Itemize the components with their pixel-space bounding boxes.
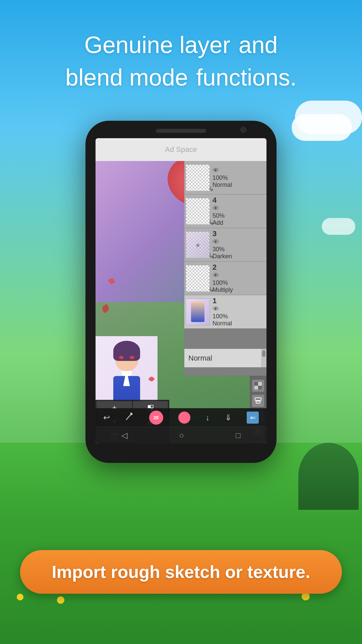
merge-down-tool-icon[interactable] <box>252 395 264 407</box>
layer-number-4: 4 <box>213 196 217 205</box>
banner-text: Import rough sketch or texture. <box>52 562 310 582</box>
char-hair <box>113 341 140 361</box>
title-area: Genuine layer and blend mode functions. <box>0 27 362 92</box>
layer-mode-3: Darken <box>213 253 232 260</box>
layer-number-3: 3 <box>213 229 217 238</box>
layer-eye-4: 👁 <box>213 205 219 212</box>
layer-mode-top: Normal <box>213 181 232 189</box>
flower-1 <box>17 594 23 600</box>
back-nav-icon[interactable]: ◁ <box>121 431 127 440</box>
phone-speaker <box>156 129 206 133</box>
layer-panel: 👁 100% Normal ↳ 4 👁 50% Add <box>184 161 266 376</box>
flower-3 <box>57 596 64 604</box>
layer-merge-4: ↳ <box>208 218 214 226</box>
color-picker-dot[interactable] <box>178 412 190 424</box>
layer-thumb-4 <box>186 198 210 225</box>
title-line-2: blend mode functions. <box>20 59 342 92</box>
svg-rect-15 <box>150 405 153 408</box>
screen-content: Ad Space <box>96 138 266 443</box>
layer-number-1: 1 <box>213 297 217 305</box>
char-collar <box>122 371 132 376</box>
svg-rect-1 <box>258 386 262 389</box>
char-head <box>115 346 138 371</box>
layer-item-2[interactable]: 2 👁 100% Multiply ↳ <box>184 262 266 295</box>
layer-merge-top: ↳ <box>208 185 214 193</box>
layer-info-3: 3 👁 30% Darken <box>210 228 265 261</box>
title-bold-1: Genuine layer <box>84 32 230 58</box>
layer-info-4: 4 👁 50% Add <box>210 195 265 228</box>
layer-thumb-1 <box>186 299 210 325</box>
orange-banner: Import rough sketch or texture. <box>20 550 342 594</box>
phone-frame: Ad Space <box>85 121 277 463</box>
phone-screen: Ad Space <box>96 138 266 443</box>
title-line-1: Genuine layer and <box>20 27 342 59</box>
svg-rect-3 <box>254 386 258 389</box>
cloud-2 <box>295 101 362 134</box>
layer-1-thumb-art <box>191 302 204 322</box>
svg-rect-0 <box>254 382 258 386</box>
ad-space-text: Ad Space <box>165 145 197 154</box>
svg-rect-2 <box>258 382 262 386</box>
title-bold-2: blend mode <box>65 64 188 91</box>
layer-eye-1: 👁 <box>213 305 219 313</box>
layer-mode-1: Normal <box>213 320 232 327</box>
layer-mode-2: Multiply <box>213 286 233 293</box>
layer-info-top: 👁 100% Normal <box>210 165 265 190</box>
canvas-area[interactable]: 👁 100% Normal ↳ 4 👁 50% Add <box>96 161 266 443</box>
layer-opacity-2: 100% <box>213 279 228 286</box>
double-down-icon[interactable]: ⇓ <box>225 413 232 422</box>
grass-field <box>0 443 362 644</box>
char-eye-right <box>130 356 134 359</box>
ad-space-bar: Ad Space <box>96 138 266 161</box>
layer-opacity-top: 100% <box>213 174 228 181</box>
layer-eye-top: 👁 <box>213 167 219 174</box>
trees <box>298 443 359 510</box>
action-bar: ↩ 20 ↓ ⇓ ⇐ <box>96 408 266 427</box>
layer-opacity-4: 50% <box>213 212 225 219</box>
layer-info-2: 2 👁 100% Multiply <box>210 262 265 295</box>
layer-eye-3: 👁 <box>213 238 219 246</box>
title-light-2: functions. <box>196 64 297 91</box>
blend-mode-bar[interactable]: Normal <box>184 349 266 367</box>
layer-info-1: 1 👁 100% Normal <box>210 295 265 328</box>
layer-item-3[interactable]: ◉ 3 👁 30% Darken ↳ <box>184 228 266 262</box>
phone-camera <box>240 127 246 133</box>
layer-merge-3: ↳ <box>208 252 214 260</box>
layer-item-top[interactable]: 👁 100% Normal ↳ <box>184 161 266 195</box>
phone-nav-bar: ◁ ○ □ <box>96 427 266 443</box>
layer-3-art-indicator: ◉ <box>196 242 200 248</box>
layer-thumb-3: ◉ <box>186 231 210 258</box>
lock-icon[interactable]: ⇐ <box>247 412 259 424</box>
layer-number-2: 2 <box>213 263 217 272</box>
brush-icon[interactable] <box>125 412 134 423</box>
down-arrow-icon[interactable]: ↓ <box>205 413 209 422</box>
layer-thumb-2 <box>186 265 210 292</box>
recents-nav-icon[interactable]: □ <box>236 431 241 440</box>
layer-eye-2: 👁 <box>213 272 219 279</box>
number-badge: 20 <box>149 411 163 425</box>
home-nav-icon[interactable]: ○ <box>179 431 184 440</box>
layer-item-4[interactable]: 4 👁 50% Add ↳ <box>184 195 266 228</box>
checkerboard-tool-icon[interactable] <box>252 380 264 392</box>
svg-rect-4 <box>255 398 261 400</box>
layer-thumb-top <box>186 164 210 191</box>
layer-merge-2: ↳ <box>208 285 214 293</box>
cloud-3 <box>322 218 355 235</box>
char-eye-left <box>119 356 124 359</box>
layer-item-1[interactable]: 1 👁 100% Normal <box>184 295 266 329</box>
char-collar-detail <box>123 376 130 386</box>
scroll-handle <box>262 350 265 357</box>
undo-icon[interactable]: ↩ <box>103 413 110 422</box>
svg-rect-12 <box>148 405 150 408</box>
title-light-1: and <box>239 32 278 58</box>
svg-rect-5 <box>256 401 260 403</box>
layer-opacity-1: 100% <box>213 313 228 320</box>
scroll-bar[interactable] <box>261 349 266 367</box>
blend-mode-text: Normal <box>188 354 212 363</box>
layer-opacity-3: 30% <box>213 246 225 253</box>
